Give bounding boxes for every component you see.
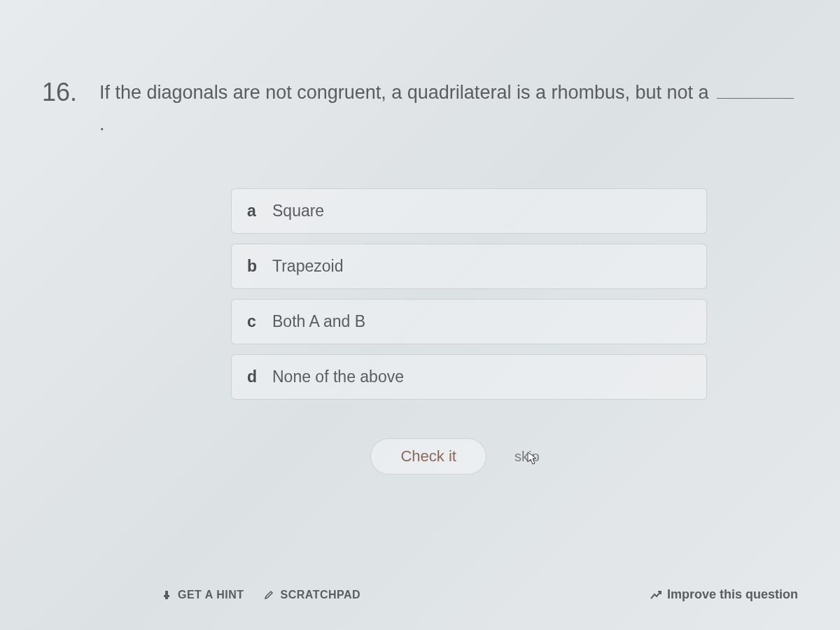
cursor-icon [527, 451, 538, 469]
quiz-container: 16. If the diagonals are not congruent, … [0, 0, 840, 541]
choice-a[interactable]: a Square [231, 188, 707, 234]
action-row: Check it skip [112, 438, 798, 475]
bottom-bar: GET A HINT SCRATCHPAD Improve this quest… [0, 587, 840, 602]
choice-letter: d [247, 368, 262, 386]
svg-rect-1 [164, 595, 169, 597]
choice-text: Square [272, 202, 324, 220]
question-text-after: . [99, 113, 105, 134]
hint-icon [161, 589, 172, 601]
question-number: 16. [42, 77, 87, 107]
choice-letter: c [247, 312, 262, 331]
get-hint-button[interactable]: GET A HINT [161, 589, 244, 601]
trend-icon [650, 589, 662, 601]
answer-choices: a Square b Trapezoid c Both A and B d No… [231, 188, 707, 400]
scratchpad-button[interactable]: SCRATCHPAD [263, 589, 360, 601]
choice-c[interactable]: c Both A and B [231, 299, 707, 344]
choice-letter: a [247, 202, 262, 220]
choice-b[interactable]: b Trapezoid [231, 244, 707, 289]
skip-link[interactable]: skip [514, 449, 540, 465]
check-button[interactable]: Check it [370, 438, 486, 475]
fill-blank [717, 82, 794, 99]
choice-text: Trapezoid [272, 257, 343, 276]
improve-label: Improve this question [667, 587, 798, 602]
question-text-before: If the diagonals are not congruent, a qu… [99, 82, 709, 103]
choice-text: Both A and B [272, 312, 365, 331]
choice-letter: b [247, 257, 262, 276]
choice-text: None of the above [272, 368, 404, 386]
question-text: If the diagonals are not congruent, a qu… [99, 77, 798, 139]
choice-d[interactable]: d None of the above [231, 354, 707, 400]
bottom-left: GET A HINT SCRATCHPAD [161, 589, 360, 601]
svg-rect-2 [165, 597, 168, 599]
hint-label: GET A HINT [178, 589, 244, 601]
scratchpad-label: SCRATCHPAD [280, 589, 360, 601]
question-row: 16. If the diagonals are not congruent, … [42, 77, 798, 139]
svg-rect-0 [165, 591, 168, 595]
improve-question-button[interactable]: Improve this question [650, 587, 798, 602]
pencil-icon [263, 589, 274, 601]
